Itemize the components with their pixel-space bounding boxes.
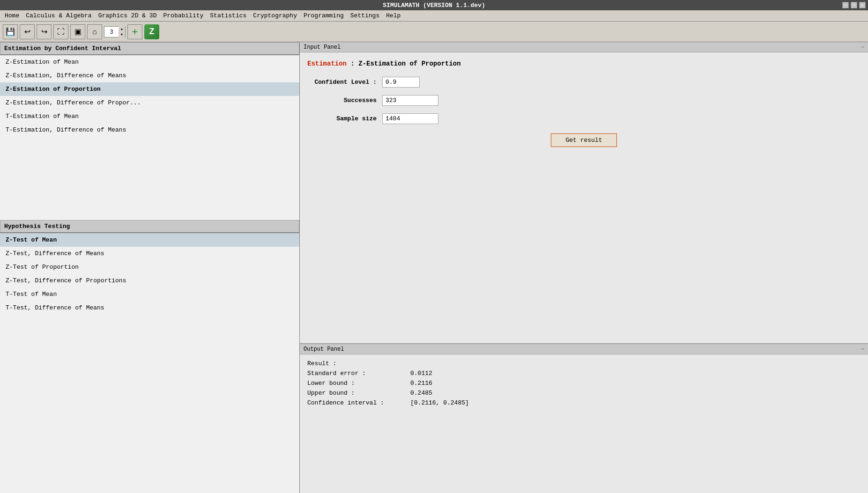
menu-cryptography[interactable]: Cryptography: [250, 11, 300, 20]
list-item-t-test-mean[interactable]: T-Test of Mean: [0, 287, 299, 301]
minimize-button[interactable]: ─: [842, 2, 849, 8]
hypothesis-list: Z-Test of Mean Z-Test, Difference of Mea…: [0, 233, 299, 493]
input-panel-content: Estimation : Z-Estimation of Proportion …: [300, 52, 868, 343]
estimation-list: Z-Estimation of Mean Z-Estimation, Diffe…: [0, 55, 299, 220]
upper-bound-label: Upper bound :: [307, 390, 410, 397]
list-item-t-diff-means[interactable]: T-Estimation, Difference of Means: [0, 123, 299, 137]
menu-statistics[interactable]: Statistics: [207, 11, 249, 20]
standard-error-value: 0.0112: [410, 370, 432, 377]
title-bar: SIMULAMATH (VERSION 1.1.dev) ─ □ ✕: [0, 0, 868, 10]
confidence-interval-row: Confidence interval : [0.2116, 0.2485]: [307, 399, 861, 406]
estimation-title: Estimation : Z-Estimation of Proportion: [307, 60, 861, 67]
lower-bound-label: Lower bound :: [307, 380, 410, 387]
maximize-button[interactable]: □: [851, 2, 857, 8]
spinner-arrows: ▲ ▼: [119, 26, 125, 37]
list-item-z-diff-prop[interactable]: Z-Estimation, Difference of Propor...: [0, 96, 299, 110]
successes-row: Successes: [307, 95, 861, 106]
input-panel-title: Input Panel: [304, 44, 341, 51]
redo-button[interactable]: ↪: [37, 24, 52, 39]
confidence-interval-value: [0.2116, 0.2485]: [410, 399, 469, 406]
spinner-up[interactable]: ▲: [119, 26, 125, 32]
estimation-separator: :: [350, 60, 358, 67]
result-header-row: Result :: [307, 360, 861, 367]
confidence-interval-label: Confidence interval :: [307, 399, 410, 406]
menu-calculus[interactable]: Calculus & Algebra: [23, 11, 94, 20]
menu-home[interactable]: Home: [2, 11, 22, 20]
save-button[interactable]: 💾: [3, 24, 18, 39]
sample-size-input[interactable]: [382, 113, 438, 124]
left-panel: Estimation by Confident Interval Z-Estim…: [0, 42, 300, 493]
list-item-z-test-diff-means[interactable]: Z-Test, Difference of Means: [0, 247, 299, 260]
hypothesis-header: Hypothesis Testing: [0, 220, 299, 233]
get-result-button[interactable]: Get result: [551, 133, 616, 147]
confident-level-input[interactable]: [382, 77, 420, 88]
output-panel-title: Output Panel: [304, 346, 344, 353]
successes-input[interactable]: [382, 95, 438, 106]
estimation-value: Z-Estimation of Proportion: [358, 60, 460, 67]
successes-label: Successes: [307, 97, 382, 104]
right-panel: Input Panel ─ Estimation : Z-Estimation …: [300, 42, 868, 493]
menu-programming[interactable]: Programming: [301, 11, 347, 20]
z-icon: Z: [144, 24, 159, 39]
estimation-section: Estimation by Confident Interval Z-Estim…: [0, 42, 299, 220]
undo-button[interactable]: ↩: [20, 24, 35, 39]
close-button[interactable]: ✕: [859, 2, 866, 8]
title-text: SIMULAMATH (VERSION 1.1.dev): [383, 2, 485, 9]
list-item-t-mean[interactable]: T-Estimation of Mean: [0, 110, 299, 123]
list-item-z-proportion[interactable]: Z-Estimation of Proportion: [0, 82, 299, 96]
confident-level-label: Confident Level :: [307, 79, 382, 86]
output-panel-close[interactable]: ─: [861, 346, 864, 352]
confident-level-row: Confident Level :: [307, 77, 861, 88]
output-content: Result : Standard error : 0.0112 Lower b…: [300, 354, 868, 493]
home-button[interactable]: ⌂: [87, 24, 102, 39]
standard-error-label: Standard error :: [307, 370, 410, 377]
standard-error-row: Standard error : 0.0112: [307, 370, 861, 377]
hypothesis-section: Hypothesis Testing Z-Test of Mean Z-Test…: [0, 220, 299, 493]
list-item-z-test-diff-proportions[interactable]: Z-Test, Difference of Proportions: [0, 274, 299, 287]
sample-size-row: Sample size: [307, 113, 861, 124]
menu-graphics[interactable]: Graphics 2D & 3D: [96, 11, 160, 20]
menu-settings[interactable]: Settings: [348, 11, 382, 20]
result-header: Result :: [307, 360, 410, 367]
window-controls: ─ □ ✕: [842, 2, 866, 8]
list-item-z-test-proportion[interactable]: Z-Test of Proportion: [0, 260, 299, 274]
output-panel-header: Output Panel ─: [300, 344, 868, 354]
list-item-z-mean[interactable]: Z-Estimation of Mean: [0, 55, 299, 69]
lower-bound-row: Lower bound : 0.2116: [307, 380, 861, 387]
page-spinner[interactable]: ▲ ▼: [104, 26, 126, 37]
estimation-label: Estimation: [307, 60, 347, 67]
menu-bar: Home Calculus & Algebra Graphics 2D & 3D…: [0, 10, 868, 22]
add-button[interactable]: +: [127, 24, 142, 39]
list-item-z-test-mean[interactable]: Z-Test of Mean: [0, 233, 299, 247]
list-item-z-diff-means[interactable]: Z-Estimation, Difference of Means: [0, 69, 299, 82]
sample-size-label: Sample size: [307, 115, 382, 122]
menu-help[interactable]: Help: [383, 11, 403, 20]
upper-bound-value: 0.2485: [410, 390, 432, 397]
input-panel-header: Input Panel ─: [300, 42, 868, 52]
input-panel-close[interactable]: ─: [861, 44, 864, 50]
menu-probability[interactable]: Probability: [160, 11, 206, 20]
upper-bound-row: Upper bound : 0.2485: [307, 390, 861, 397]
estimation-header: Estimation by Confident Interval: [0, 42, 299, 55]
lower-bound-value: 0.2116: [410, 380, 432, 387]
frame-button[interactable]: ▣: [70, 24, 85, 39]
output-section: Output Panel ─ Result : Standard error :…: [300, 343, 868, 493]
spinner-input[interactable]: [104, 29, 119, 35]
list-item-t-test-diff-means[interactable]: T-Test, Difference of Means: [0, 301, 299, 315]
toolbar: 💾 ↩ ↪ ⛶ ▣ ⌂ ▲ ▼ + Z: [0, 22, 868, 42]
main-container: Estimation by Confident Interval Z-Estim…: [0, 42, 868, 493]
expand-button[interactable]: ⛶: [53, 24, 68, 39]
spinner-down[interactable]: ▼: [119, 32, 125, 37]
